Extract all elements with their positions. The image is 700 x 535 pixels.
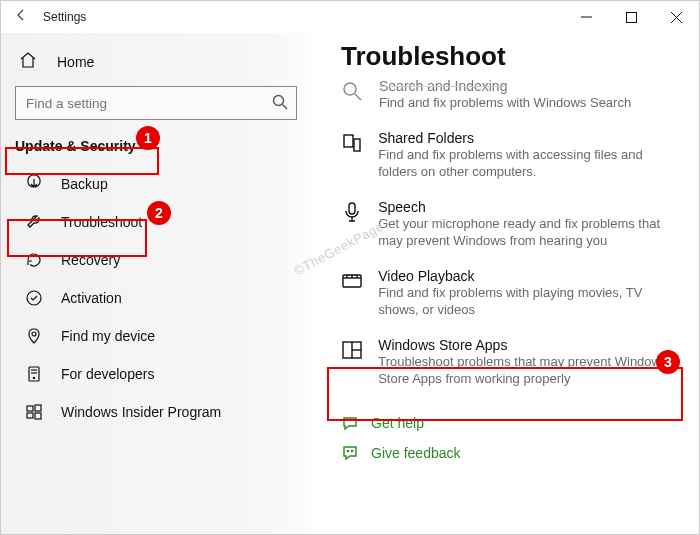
- search-input[interactable]: [15, 86, 297, 120]
- svg-rect-18: [344, 135, 353, 147]
- svg-rect-13: [35, 405, 41, 411]
- svg-line-5: [283, 105, 288, 110]
- search-indexing-icon: [339, 78, 365, 112]
- sidebar-section-header: Update & Security: [7, 130, 305, 162]
- main-panel: Troubleshoot Search and IndexingFind and…: [311, 33, 699, 534]
- back-icon[interactable]: [13, 7, 29, 27]
- svg-line-17: [355, 94, 361, 100]
- item-title: Search and Indexing: [379, 78, 631, 94]
- troubleshoot-item-search-indexing[interactable]: Search and IndexingFind and fix problems…: [329, 78, 679, 122]
- minimize-button[interactable]: [564, 1, 609, 33]
- sidebar-item-label: Troubleshoot: [61, 214, 142, 230]
- sidebar-item-home[interactable]: Home: [1, 45, 311, 86]
- sidebar-item-label: For developers: [61, 366, 154, 382]
- window-controls: [564, 1, 699, 33]
- item-desc: Get your microphone ready and fix proble…: [378, 215, 669, 250]
- link-label: Get help: [371, 415, 424, 431]
- svg-rect-15: [35, 413, 41, 419]
- item-desc: Find and fix problems with playing movie…: [378, 284, 669, 319]
- sidebar-item-recovery[interactable]: Recovery: [7, 242, 305, 278]
- svg-rect-1: [627, 12, 637, 22]
- link-label: Give feedback: [371, 445, 461, 461]
- home-label: Home: [57, 54, 94, 70]
- sidebar-item-activation[interactable]: Activation: [7, 280, 305, 316]
- troubleshoot-item-windows-store-apps[interactable]: Windows Store AppsTroubleshoot problems …: [329, 329, 679, 398]
- link-get-help[interactable]: Get help: [341, 408, 679, 438]
- sidebar: Home Update & Security Backup Troublesho…: [1, 33, 311, 534]
- sidebar-item-find-my-device[interactable]: Find my device: [7, 318, 305, 354]
- sidebar-item-troubleshoot[interactable]: Troubleshoot: [7, 204, 305, 240]
- search-icon: [271, 93, 289, 115]
- troubleshoot-list: Search and IndexingFind and fix problems…: [329, 78, 679, 398]
- item-title: Shared Folders: [378, 130, 669, 146]
- svg-point-7: [32, 332, 36, 336]
- titlebar: Settings: [1, 1, 699, 33]
- troubleshoot-item-video-playback[interactable]: Video PlaybackFind and fix problems with…: [329, 260, 679, 329]
- sidebar-item-windows-insider[interactable]: Windows Insider Program: [7, 394, 305, 430]
- page-title: Troubleshoot: [341, 41, 679, 72]
- item-desc: Find and fix problems with accessing fil…: [378, 146, 669, 181]
- troubleshoot-item-shared-folders[interactable]: Shared FoldersFind and fix problems with…: [329, 122, 679, 191]
- item-desc: Find and fix problems with Windows Searc…: [379, 94, 631, 112]
- home-icon: [19, 51, 37, 72]
- sidebar-item-for-developers[interactable]: For developers: [7, 356, 305, 392]
- item-title: Windows Store Apps: [378, 337, 669, 353]
- footer-links: Get help Give feedback: [341, 408, 679, 468]
- windows-store-apps-icon: [339, 337, 364, 388]
- svg-point-16: [344, 83, 356, 95]
- item-title: Speech: [378, 199, 669, 215]
- svg-rect-20: [349, 203, 355, 214]
- sidebar-item-label: Windows Insider Program: [61, 404, 221, 420]
- close-button[interactable]: [654, 1, 699, 33]
- svg-rect-14: [27, 413, 33, 418]
- troubleshoot-item-speech[interactable]: SpeechGet your microphone ready and fix …: [329, 191, 679, 260]
- svg-point-4: [274, 96, 284, 106]
- speech-icon: [339, 199, 364, 250]
- svg-point-29: [347, 450, 348, 451]
- sidebar-item-backup[interactable]: Backup: [7, 166, 305, 202]
- svg-rect-19: [354, 139, 360, 151]
- sidebar-item-label: Recovery: [61, 252, 120, 268]
- sidebar-item-label: Find my device: [61, 328, 155, 344]
- svg-point-6: [27, 291, 41, 305]
- video-playback-icon: [339, 268, 364, 319]
- sidebar-item-label: Activation: [61, 290, 122, 306]
- svg-point-30: [351, 450, 352, 451]
- maximize-button[interactable]: [609, 1, 654, 33]
- shared-folders-icon: [339, 130, 364, 181]
- item-title: Video Playback: [378, 268, 669, 284]
- window-title: Settings: [43, 10, 86, 24]
- svg-point-9: [33, 377, 34, 378]
- sidebar-item-label: Backup: [61, 176, 108, 192]
- svg-rect-12: [27, 406, 33, 411]
- link-give-feedback[interactable]: Give feedback: [341, 438, 679, 468]
- item-desc: Troubleshoot problems that may prevent W…: [378, 353, 669, 388]
